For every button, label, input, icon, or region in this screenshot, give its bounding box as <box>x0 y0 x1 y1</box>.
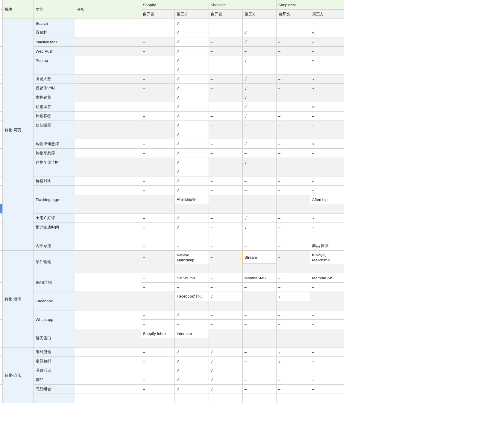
data-cell[interactable]: √ <box>209 348 242 357</box>
analysis-cell[interactable] <box>75 241 141 251</box>
data-cell[interactable]: – <box>276 130 310 139</box>
data-cell[interactable]: – <box>141 375 175 385</box>
func-cell[interactable]: 浏览人数 <box>34 74 75 84</box>
data-cell[interactable]: – <box>310 130 344 139</box>
func-cell[interactable]: Web Push <box>34 47 75 56</box>
analysis-cell[interactable] <box>75 232 141 241</box>
analysis-cell[interactable] <box>75 366 141 375</box>
data-cell[interactable] <box>310 264 344 273</box>
data-cell[interactable]: √ <box>175 139 209 149</box>
data-cell[interactable]: – <box>175 301 209 310</box>
data-cell[interactable]: √ <box>175 93 209 102</box>
data-cell[interactable]: – <box>310 112 344 121</box>
data-cell[interactable]: – <box>209 232 242 241</box>
data-cell[interactable]: Aftership <box>310 195 344 204</box>
data-cell[interactable]: – <box>175 320 209 329</box>
func-cell[interactable] <box>34 130 75 139</box>
data-cell[interactable]: – <box>209 158 242 167</box>
data-cell[interactable]: – <box>141 273 175 283</box>
data-cell[interactable]: – <box>242 264 276 273</box>
data-cell[interactable]: – <box>310 348 344 357</box>
analysis-cell[interactable] <box>75 375 141 385</box>
data-cell[interactable]: √ <box>310 84 344 93</box>
data-cell[interactable]: √ <box>242 74 276 84</box>
data-cell[interactable]: √ <box>310 56 344 65</box>
func-cell[interactable]: 赠品 <box>34 375 75 385</box>
data-cell[interactable]: – <box>276 112 310 121</box>
data-cell[interactable]: √ <box>209 366 242 375</box>
data-cell[interactable]: – <box>276 385 310 394</box>
data-cell[interactable]: – <box>276 74 310 84</box>
data-cell[interactable]: – <box>209 241 242 251</box>
data-cell[interactable]: – <box>242 338 276 348</box>
func-cell[interactable]: 限时促销 <box>34 348 75 357</box>
data-cell[interactable]: – <box>209 167 242 176</box>
header-shopify-third[interactable]: 第三方 <box>175 10 209 19</box>
analysis-cell[interactable] <box>75 47 141 56</box>
analysis-cell[interactable] <box>75 394 141 403</box>
data-cell[interactable]: – <box>209 320 242 329</box>
data-cell[interactable]: – <box>141 366 175 375</box>
analysis-cell[interactable] <box>75 176 141 186</box>
analysis-cell[interactable] <box>75 149 141 158</box>
data-cell[interactable]: – <box>175 394 209 403</box>
data-cell[interactable]: √ <box>242 37 276 47</box>
data-cell[interactable]: – <box>242 232 276 241</box>
data-cell[interactable]: – <box>141 385 175 394</box>
data-cell[interactable]: – <box>209 84 242 93</box>
data-cell[interactable]: – <box>276 93 310 102</box>
data-cell[interactable]: √ <box>175 84 209 93</box>
data-cell[interactable]: – <box>310 19 344 28</box>
data-cell[interactable]: – <box>209 47 242 56</box>
header-module[interactable]: 模块 <box>3 0 34 19</box>
header-analysis[interactable]: 分析 <box>75 0 141 19</box>
data-cell[interactable]: – <box>310 186 344 195</box>
data-cell[interactable]: – <box>242 149 276 158</box>
analysis-cell[interactable] <box>75 56 141 65</box>
data-cell[interactable]: – <box>141 149 175 158</box>
data-cell[interactable]: √ <box>209 357 242 366</box>
data-cell[interactable]: – <box>276 320 310 329</box>
data-cell[interactable]: – <box>141 186 175 195</box>
data-cell[interactable]: – <box>209 195 242 204</box>
data-cell[interactable]: – <box>242 348 276 357</box>
data-cell[interactable]: – <box>310 366 344 375</box>
func-cell[interactable]: 聊天窗口 <box>34 329 75 348</box>
data-cell[interactable]: √ <box>175 130 209 139</box>
analysis-cell[interactable] <box>75 37 141 47</box>
data-cell[interactable]: – <box>276 47 310 56</box>
data-cell[interactable]: – <box>209 56 242 65</box>
data-cell[interactable]: – <box>276 84 310 93</box>
data-cell[interactable]: – <box>242 176 276 186</box>
data-cell[interactable]: √ <box>175 74 209 84</box>
data-cell[interactable]: – <box>242 301 276 310</box>
header-shopify-self[interactable]: 自开发 <box>141 10 175 19</box>
data-cell[interactable]: – <box>209 19 242 28</box>
data-cell[interactable]: – <box>276 241 310 251</box>
data-cell[interactable]: – <box>276 273 310 283</box>
data-cell[interactable]: – <box>242 320 276 329</box>
data-cell[interactable]: – <box>310 121 344 130</box>
data-cell[interactable]: – <box>209 204 242 214</box>
data-cell[interactable]: – <box>141 19 175 28</box>
data-cell[interactable]: – <box>141 394 175 403</box>
analysis-cell[interactable] <box>75 158 141 167</box>
data-cell[interactable]: – <box>141 283 175 292</box>
data-cell[interactable]: – <box>141 357 175 366</box>
data-cell[interactable]: – <box>310 158 344 167</box>
data-cell[interactable]: Shopify Inbox <box>141 329 175 338</box>
data-cell[interactable]: √ <box>175 348 209 357</box>
data-cell[interactable]: – <box>209 102 242 112</box>
data-cell[interactable]: √ <box>175 102 209 112</box>
analysis-cell[interactable] <box>75 292 141 310</box>
analysis-cell[interactable] <box>75 357 141 366</box>
data-cell[interactable]: – <box>141 139 175 149</box>
analysis-cell[interactable] <box>75 112 141 121</box>
data-cell[interactable]: – <box>141 232 175 241</box>
func-cell[interactable] <box>34 65 75 74</box>
data-cell[interactable]: √ <box>175 176 209 186</box>
header-shoplazza[interactable]: Shoplazza <box>276 0 344 10</box>
data-cell[interactable]: – <box>276 167 310 176</box>
data-cell[interactable]: MambaSMS <box>242 273 276 283</box>
data-cell[interactable]: – <box>242 65 276 74</box>
